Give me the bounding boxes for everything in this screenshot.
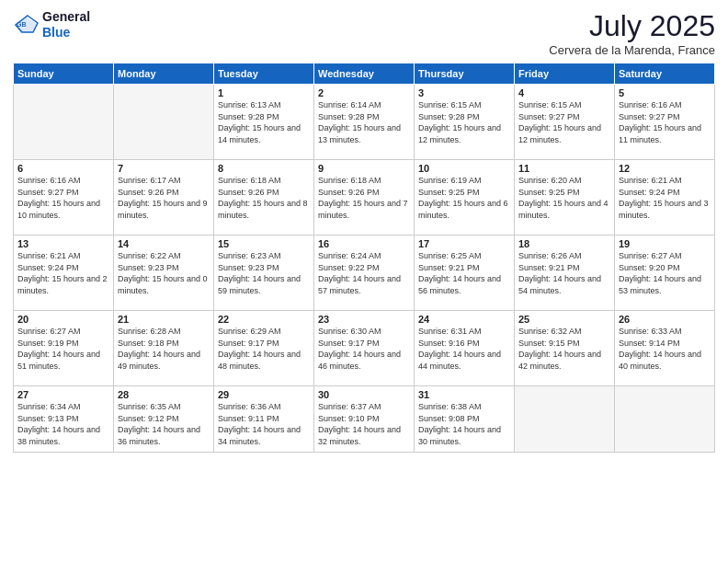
cell-info: Sunrise: 6:33 AMSunset: 9:14 PMDaylight:… [619, 326, 711, 372]
logo-general: General [42, 9, 90, 24]
day-number: 5 [619, 87, 711, 98]
cell-info: Sunrise: 6:30 AMSunset: 9:17 PMDaylight:… [318, 326, 410, 372]
cell-info: Sunrise: 6:34 AMSunset: 9:13 PMDaylight:… [17, 401, 109, 447]
weekday-header: Thursday [415, 63, 515, 85]
day-number: 1 [218, 87, 310, 98]
calendar-cell: 7Sunrise: 6:17 AMSunset: 9:26 PMDaylight… [114, 160, 214, 236]
page: GB General Blue July 2025 Cervera de la … [0, 0, 728, 563]
calendar-cell: 6Sunrise: 6:16 AMSunset: 9:27 PMDaylight… [14, 160, 114, 236]
calendar-cell: 4Sunrise: 6:15 AMSunset: 9:27 PMDaylight… [515, 85, 615, 160]
calendar-cell: 1Sunrise: 6:13 AMSunset: 9:28 PMDaylight… [214, 85, 314, 160]
weekday-header: Friday [515, 63, 615, 85]
day-number: 3 [418, 87, 510, 98]
cell-info: Sunrise: 6:25 AMSunset: 9:21 PMDaylight:… [418, 250, 510, 296]
cell-info: Sunrise: 6:27 AMSunset: 9:20 PMDaylight:… [619, 250, 711, 296]
day-number: 26 [619, 314, 711, 325]
day-number: 9 [318, 163, 410, 174]
day-number: 22 [218, 314, 310, 325]
cell-info: Sunrise: 6:21 AMSunset: 9:24 PMDaylight:… [17, 250, 109, 296]
title-block: July 2025 Cervera de la Marenda, France [549, 9, 715, 57]
logo-blue: Blue [42, 25, 70, 40]
calendar-week-row: 27Sunrise: 6:34 AMSunset: 9:13 PMDayligh… [14, 386, 715, 453]
day-number: 27 [17, 389, 109, 400]
weekday-header: Saturday [615, 63, 715, 85]
cell-info: Sunrise: 6:35 AMSunset: 9:12 PMDaylight:… [118, 401, 210, 447]
calendar-cell: 9Sunrise: 6:18 AMSunset: 9:26 PMDaylight… [314, 160, 415, 236]
cell-info: Sunrise: 6:18 AMSunset: 9:26 PMDaylight:… [318, 175, 410, 221]
cell-info: Sunrise: 6:36 AMSunset: 9:11 PMDaylight:… [218, 401, 310, 447]
day-number: 6 [17, 163, 109, 174]
calendar-cell: 17Sunrise: 6:25 AMSunset: 9:21 PMDayligh… [415, 236, 515, 311]
calendar-week-row: 1Sunrise: 6:13 AMSunset: 9:28 PMDaylight… [14, 85, 715, 160]
cell-info: Sunrise: 6:31 AMSunset: 9:16 PMDaylight:… [418, 326, 510, 372]
day-number: 2 [318, 87, 410, 98]
calendar-cell: 28Sunrise: 6:35 AMSunset: 9:12 PMDayligh… [114, 386, 214, 453]
month-title: July 2025 [549, 9, 715, 43]
day-number: 21 [118, 314, 210, 325]
calendar-cell: 10Sunrise: 6:19 AMSunset: 9:25 PMDayligh… [415, 160, 515, 236]
day-number: 16 [318, 238, 410, 249]
calendar-cell: 5Sunrise: 6:16 AMSunset: 9:27 PMDaylight… [615, 85, 715, 160]
day-number: 19 [619, 238, 711, 249]
weekday-header-row: SundayMondayTuesdayWednesdayThursdayFrid… [14, 63, 715, 85]
calendar-cell: 11Sunrise: 6:20 AMSunset: 9:25 PMDayligh… [515, 160, 615, 236]
calendar-cell: 19Sunrise: 6:27 AMSunset: 9:20 PMDayligh… [615, 236, 715, 311]
cell-info: Sunrise: 6:29 AMSunset: 9:17 PMDaylight:… [218, 326, 310, 372]
svg-text:GB: GB [17, 21, 27, 28]
cell-info: Sunrise: 6:16 AMSunset: 9:27 PMDaylight:… [17, 175, 109, 221]
cell-info: Sunrise: 6:16 AMSunset: 9:27 PMDaylight:… [619, 99, 711, 145]
calendar-cell: 24Sunrise: 6:31 AMSunset: 9:16 PMDayligh… [415, 311, 515, 386]
cell-info: Sunrise: 6:15 AMSunset: 9:28 PMDaylight:… [418, 99, 510, 145]
day-number: 7 [118, 163, 210, 174]
calendar-cell: 14Sunrise: 6:22 AMSunset: 9:23 PMDayligh… [114, 236, 214, 311]
calendar-cell: 2Sunrise: 6:14 AMSunset: 9:28 PMDaylight… [314, 85, 415, 160]
calendar-cell [114, 85, 214, 160]
weekday-header: Wednesday [314, 63, 415, 85]
day-number: 31 [418, 389, 510, 400]
day-number: 25 [518, 314, 610, 325]
weekday-header: Sunday [14, 63, 114, 85]
cell-info: Sunrise: 6:17 AMSunset: 9:26 PMDaylight:… [118, 175, 210, 221]
weekday-header: Tuesday [214, 63, 314, 85]
calendar-cell: 16Sunrise: 6:24 AMSunset: 9:22 PMDayligh… [314, 236, 415, 311]
weekday-header: Monday [114, 63, 214, 85]
calendar-cell: 21Sunrise: 6:28 AMSunset: 9:18 PMDayligh… [114, 311, 214, 386]
cell-info: Sunrise: 6:15 AMSunset: 9:27 PMDaylight:… [518, 99, 610, 145]
day-number: 10 [418, 163, 510, 174]
calendar-cell: 23Sunrise: 6:30 AMSunset: 9:17 PMDayligh… [314, 311, 415, 386]
day-number: 30 [318, 389, 410, 400]
calendar-cell: 27Sunrise: 6:34 AMSunset: 9:13 PMDayligh… [14, 386, 114, 453]
day-number: 20 [17, 314, 109, 325]
calendar-cell [615, 386, 715, 453]
cell-info: Sunrise: 6:18 AMSunset: 9:26 PMDaylight:… [218, 175, 310, 221]
cell-info: Sunrise: 6:28 AMSunset: 9:18 PMDaylight:… [118, 326, 210, 372]
day-number: 15 [218, 238, 310, 249]
calendar-cell: 20Sunrise: 6:27 AMSunset: 9:19 PMDayligh… [14, 311, 114, 386]
day-number: 28 [118, 389, 210, 400]
cell-info: Sunrise: 6:37 AMSunset: 9:10 PMDaylight:… [318, 401, 410, 447]
cell-info: Sunrise: 6:27 AMSunset: 9:19 PMDaylight:… [17, 326, 109, 372]
cell-info: Sunrise: 6:19 AMSunset: 9:25 PMDaylight:… [418, 175, 510, 221]
calendar-cell: 22Sunrise: 6:29 AMSunset: 9:17 PMDayligh… [214, 311, 314, 386]
day-number: 18 [518, 238, 610, 249]
cell-info: Sunrise: 6:21 AMSunset: 9:24 PMDaylight:… [619, 175, 711, 221]
calendar-cell: 30Sunrise: 6:37 AMSunset: 9:10 PMDayligh… [314, 386, 415, 453]
cell-info: Sunrise: 6:26 AMSunset: 9:21 PMDaylight:… [518, 250, 610, 296]
cell-info: Sunrise: 6:14 AMSunset: 9:28 PMDaylight:… [318, 99, 410, 145]
day-number: 24 [418, 314, 510, 325]
calendar-cell: 29Sunrise: 6:36 AMSunset: 9:11 PMDayligh… [214, 386, 314, 453]
day-number: 14 [118, 238, 210, 249]
cell-info: Sunrise: 6:23 AMSunset: 9:23 PMDaylight:… [218, 250, 310, 296]
calendar-cell: 13Sunrise: 6:21 AMSunset: 9:24 PMDayligh… [14, 236, 114, 311]
location-subtitle: Cervera de la Marenda, France [549, 43, 715, 57]
day-number: 23 [318, 314, 410, 325]
cell-info: Sunrise: 6:38 AMSunset: 9:08 PMDaylight:… [418, 401, 510, 447]
calendar-cell [14, 85, 114, 160]
calendar-cell: 12Sunrise: 6:21 AMSunset: 9:24 PMDayligh… [615, 160, 715, 236]
day-number: 12 [619, 163, 711, 174]
calendar-cell: 25Sunrise: 6:32 AMSunset: 9:15 PMDayligh… [515, 311, 615, 386]
cell-info: Sunrise: 6:20 AMSunset: 9:25 PMDaylight:… [518, 175, 610, 221]
calendar-cell: 3Sunrise: 6:15 AMSunset: 9:28 PMDaylight… [415, 85, 515, 160]
logo: GB General Blue [13, 9, 90, 40]
calendar-table: SundayMondayTuesdayWednesdayThursdayFrid… [13, 63, 715, 453]
